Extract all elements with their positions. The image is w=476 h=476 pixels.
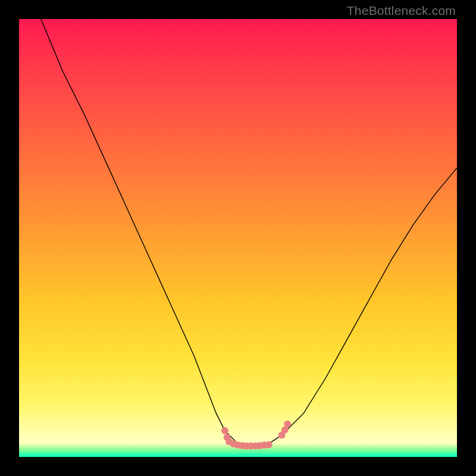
curve-markers (221, 421, 291, 450)
bottleneck-curve-svg (19, 19, 457, 457)
bottleneck-curve-line (41, 19, 457, 446)
curve-marker (221, 427, 228, 434)
plot-area (19, 19, 457, 457)
curve-marker (284, 421, 291, 428)
curve-marker (265, 441, 273, 448)
attribution-text: TheBottleneck.com (347, 4, 456, 18)
chart-frame: TheBottleneck.com (0, 0, 476, 476)
